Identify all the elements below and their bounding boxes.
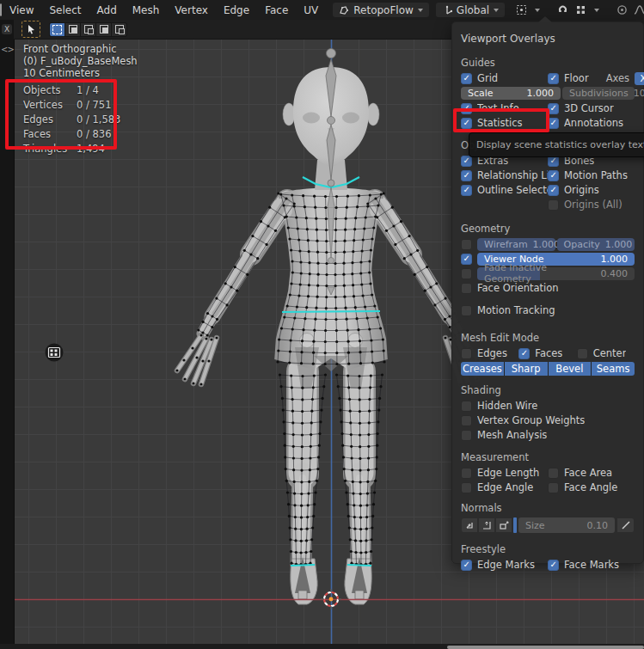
face-angle-checkbox[interactable]: Face Angle [548,481,635,493]
menu-view[interactable]: View [2,4,41,16]
stat-value: 0 / 1,583 [77,113,120,126]
opacity-slider[interactable]: Opacity1.000 [557,238,635,251]
edge-length-checkbox[interactable]: Edge Length [461,467,548,479]
close-panel-button[interactable]: X [2,24,12,34]
snap-settings-icon[interactable] [573,3,588,17]
header-toggles [513,3,644,18]
proportional-editing-icon[interactable] [614,3,629,17]
shading-section-label: Shading [461,384,635,396]
floor-checkbox[interactable]: Floor [548,72,589,84]
fade-inactive-slider[interactable]: Fade Inactive Geometry0.400 [477,267,635,280]
tweak-tool-button[interactable] [21,21,40,38]
origins-checkbox[interactable]: Origins [548,184,635,196]
grid-checkbox[interactable]: Grid [461,72,548,84]
origins-all-checkbox[interactable]: Origins (All) [548,199,635,211]
axis-x-toggle[interactable]: X [635,72,644,85]
pivot-point-dropdown[interactable] [513,3,529,17]
stat-label: Vertices [23,99,77,111]
active-object-text: (0) F_uBody_BaseMesh [23,55,138,67]
grid-subdivisions-slider[interactable]: Subdivisions10 [562,87,635,100]
relationship-lines-checkbox[interactable]: Relationship Lines [461,169,548,181]
stat-label: Edges [23,113,77,126]
retopoflow-dropdown[interactable]: RetopoFlow [333,3,429,17]
statistics-checkbox[interactable]: Statistics [461,117,548,129]
constant-size-button[interactable] [616,517,635,533]
faces-checkbox[interactable]: Faces [518,347,576,359]
face-normals-button[interactable] [495,517,512,533]
horizontal-scrollbar[interactable] [447,646,644,649]
bevel-button[interactable]: Bevel [549,362,592,376]
measurement-section-label: Measurement [461,451,635,463]
left-editor-strip: X <> [0,20,15,649]
select-invert-button[interactable] [96,23,111,36]
snap-magnet-icon[interactable] [555,3,570,17]
viewport-info-text: Front Orthographic (0) F_uBody_BaseMesh … [23,43,138,79]
axes-toggle-group: X Y Z [635,72,644,85]
edge-mark-buttons: Creases Sharp Bevel Seams [461,362,635,376]
menu-uv[interactable]: UV [296,4,326,16]
select-intersect-button[interactable] [112,23,126,36]
falloff-curve-icon[interactable] [632,3,644,17]
grid-scale-slider[interactable]: Scale1.000 [461,87,561,100]
chevron-down-icon [418,9,423,12]
stat-value: 0 / 751 [77,99,120,111]
menu-select[interactable]: Select [41,4,89,16]
text-info-checkbox[interactable]: Text Info [461,102,548,114]
select-set-button[interactable] [50,23,64,36]
fade-inactive-checkbox[interactable] [461,268,472,279]
outline-selected-checkbox[interactable]: Outline Selected [461,184,548,196]
viewport-marker-icon[interactable] [46,344,64,362]
collapse-arrows[interactable]: <> [1,45,14,54]
menu-mesh[interactable]: Mesh [125,4,168,16]
menu-bar: View Select Add Mesh Vertex Edge Face UV [2,0,326,20]
motion-tracking-checkbox[interactable]: Motion Tracking [461,304,635,316]
freestyle-section-label: Freestyle [461,543,635,555]
face-marks-checkbox[interactable]: Face Marks [548,559,635,571]
viewer-node-checkbox[interactable] [461,254,472,265]
orientation-label: Global [457,4,489,16]
3d-cursor-checkbox[interactable]: 3D Cursor [548,102,635,114]
menu-vertex[interactable]: Vertex [167,4,216,16]
transform-orientation-dropdown[interactable]: Global [436,3,505,17]
edge-marks-checkbox[interactable]: Edge Marks [461,559,548,571]
menu-face[interactable]: Face [257,4,296,16]
stat-value: 1 / 4 [77,84,120,96]
face-area-checkbox[interactable]: Face Area [548,467,635,479]
retopoflow-label: RetopoFlow [353,4,414,16]
stat-value: 0 / 836 [77,128,120,140]
edges-checkbox[interactable]: Edges [461,347,518,359]
vertex-group-weights-checkbox[interactable]: Vertex Group Weights [461,414,635,426]
cursor-3d[interactable] [321,589,341,609]
mesh-analysis-checkbox[interactable]: Mesh Analysis [461,429,635,441]
statistics-overlay: Objects1 / 4 Vertices0 / 751 Edges0 / 1,… [23,83,120,156]
edge-angle-checkbox[interactable]: Edge Angle [461,481,548,493]
stat-label: Faces [23,128,77,140]
annotations-checkbox[interactable]: Annotations [548,117,635,129]
center-checkbox[interactable]: Center [577,347,635,359]
blender-window: View Select Add Mesh Vertex Edge Face UV… [0,0,644,649]
menu-edge[interactable]: Edge [216,4,257,16]
chevron-down-icon [494,9,499,12]
sharp-button[interactable]: Sharp [505,362,548,376]
chevron-down-icon[interactable] [591,3,602,17]
face-orientation-checkbox[interactable]: Face Orientation [461,282,635,294]
motion-paths-checkbox[interactable]: Motion Paths [548,169,635,181]
normals-active-indicator [513,517,517,533]
geometry-section-label: Geometry [461,223,635,235]
split-normals-button[interactable] [478,517,495,533]
select-extend-button[interactable] [65,23,80,36]
select-subtract-button[interactable] [81,23,95,36]
chevron-down-icon[interactable] [531,3,543,17]
creases-button[interactable]: Creases [461,362,504,376]
stat-label: Triangles [23,143,77,155]
wireframe-slider[interactable]: Wirefram1.000 [477,238,555,251]
normals-size-slider[interactable]: Size0.10 [518,517,615,533]
vertex-normals-button[interactable] [461,517,478,533]
view-name-text: Front Orthographic [23,43,138,55]
wireframe-checkbox[interactable] [461,239,472,250]
orientation-icon [442,5,452,15]
menu-add[interactable]: Add [89,4,125,16]
seams-button[interactable]: Seams [592,362,635,376]
hidden-wire-checkbox[interactable]: Hidden Wire [461,400,635,412]
tooltip: Display scene statistics overlay text. [469,132,644,157]
